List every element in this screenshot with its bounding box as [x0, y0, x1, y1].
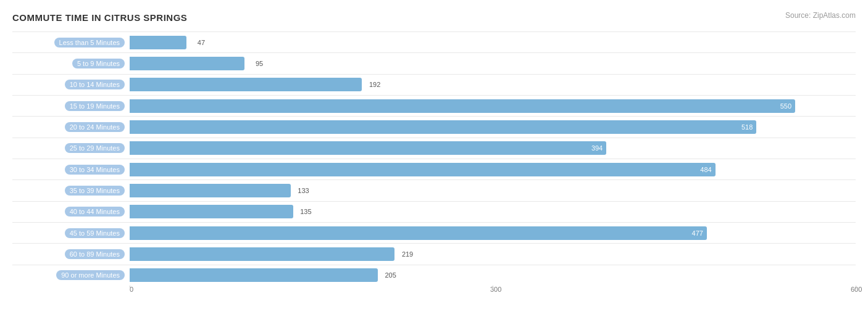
bar-fill: 394 — [130, 141, 606, 155]
bar-fill: 192 — [130, 78, 362, 91]
bar-track: 95 — [130, 53, 856, 73]
bar-track: 47 — [130, 32, 856, 52]
x-axis-tick: 300 — [490, 286, 501, 293]
bar-value: 477 — [692, 229, 703, 237]
bar-row: 25 to 29 Minutes394 — [12, 138, 856, 159]
bar-value: 205 — [385, 271, 396, 279]
bar-label: 40 to 44 Minutes — [12, 207, 130, 217]
x-axis-tick: 600 — [851, 286, 862, 293]
bar-value: 518 — [741, 123, 753, 131]
bar-row: 60 to 89 Minutes219 — [12, 243, 856, 264]
bar-value: 135 — [300, 208, 311, 215]
label-pill: 5 to 9 Minutes — [72, 59, 125, 68]
bar-label: 35 to 39 Minutes — [12, 186, 130, 196]
bar-label: 25 to 29 Minutes — [12, 143, 130, 153]
chart-area: Less than 5 Minutes475 to 9 Minutes9510 … — [12, 31, 856, 286]
bar-row: 20 to 24 Minutes518 — [12, 116, 856, 137]
bar-label: 10 to 14 Minutes — [12, 80, 130, 89]
bar-track: 219 — [130, 244, 856, 264]
bar-label: 5 to 9 Minutes — [12, 59, 130, 68]
bar-value: 133 — [298, 187, 309, 194]
bar-row: 30 to 34 Minutes484 — [12, 159, 856, 180]
bar-value: 95 — [256, 60, 263, 67]
bar-value: 47 — [198, 39, 205, 46]
bar-row: Less than 5 Minutes47 — [12, 31, 856, 52]
label-pill: 20 to 24 Minutes — [65, 122, 125, 132]
bar-label: 45 to 59 Minutes — [12, 228, 130, 238]
bar-label: 30 to 34 Minutes — [12, 165, 130, 175]
x-axis: 0300600 — [130, 286, 856, 298]
bar-value: 192 — [369, 81, 380, 88]
bar-value: 484 — [700, 166, 711, 173]
label-pill: Less than 5 Minutes — [54, 38, 125, 47]
bar-value: 219 — [402, 250, 413, 258]
bar-track: 550 — [130, 96, 856, 116]
x-grid-line — [493, 286, 493, 289]
label-pill: 90 or more Minutes — [56, 270, 125, 280]
bar-fill: 477 — [130, 226, 707, 240]
bar-label: Less than 5 Minutes — [12, 38, 130, 47]
label-pill: 30 to 34 Minutes — [65, 165, 125, 175]
bar-track: 205 — [130, 265, 856, 286]
label-pill: 15 to 19 Minutes — [65, 101, 125, 111]
label-pill: 45 to 59 Minutes — [65, 228, 125, 238]
bar-label: 90 or more Minutes — [12, 270, 130, 280]
bar-label: 60 to 89 Minutes — [12, 249, 130, 259]
bar-row: 90 or more Minutes205 — [12, 265, 856, 286]
label-pill: 35 to 39 Minutes — [65, 186, 125, 196]
bar-track: 518 — [130, 117, 856, 137]
bar-value: 394 — [591, 144, 603, 152]
bar-track: 477 — [130, 223, 856, 243]
bar-fill: 95 — [130, 57, 244, 70]
bar-fill: 47 — [130, 36, 186, 49]
bar-fill: 484 — [130, 163, 716, 176]
bar-row: 40 to 44 Minutes135 — [12, 201, 856, 222]
bar-track: 135 — [130, 202, 856, 222]
bar-row: 5 to 9 Minutes95 — [12, 52, 856, 73]
bar-row: 15 to 19 Minutes550 — [12, 95, 856, 116]
bar-row: 10 to 14 Minutes192 — [12, 74, 856, 95]
chart-title: COMMUTE TIME IN CITRUS SPRINGS — [12, 12, 856, 23]
bar-fill: 135 — [130, 205, 293, 218]
label-pill: 10 to 14 Minutes — [65, 80, 125, 89]
bar-label: 20 to 24 Minutes — [12, 122, 130, 132]
bar-row: 35 to 39 Minutes133 — [12, 180, 856, 200]
bar-fill: 219 — [130, 247, 394, 261]
bar-fill: 550 — [130, 99, 795, 113]
bar-track: 484 — [130, 159, 856, 180]
chart-container: COMMUTE TIME IN CITRUS SPRINGS Source: Z… — [0, 0, 868, 322]
bar-label: 15 to 19 Minutes — [12, 101, 130, 111]
bar-track: 133 — [130, 180, 856, 200]
bar-value: 550 — [780, 102, 791, 110]
bar-track: 192 — [130, 75, 856, 95]
x-grid-line — [130, 286, 130, 289]
bar-fill: 205 — [130, 268, 378, 282]
label-pill: 40 to 44 Minutes — [65, 207, 125, 217]
bar-row: 45 to 59 Minutes477 — [12, 222, 856, 243]
bar-track: 394 — [130, 138, 856, 159]
bar-fill: 518 — [130, 120, 756, 134]
x-grid-line — [856, 286, 856, 289]
bar-fill: 133 — [130, 184, 291, 197]
label-pill: 60 to 89 Minutes — [65, 249, 125, 259]
source-label: Source: ZipAtlas.com — [785, 11, 856, 20]
label-pill: 25 to 29 Minutes — [65, 143, 125, 153]
